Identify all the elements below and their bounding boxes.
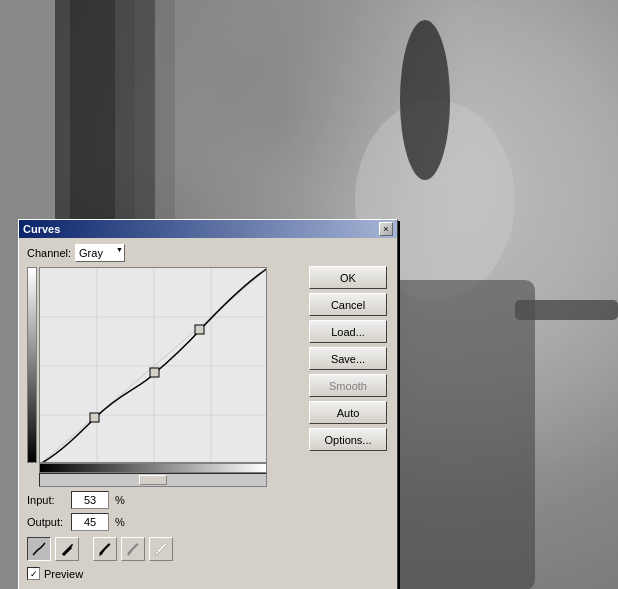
- output-row: Output: %: [27, 513, 303, 531]
- white-eyedropper-button[interactable]: [149, 537, 173, 561]
- gray-eyedropper-icon: [126, 542, 140, 556]
- svg-point-19: [128, 552, 131, 555]
- input-row: Input: %: [27, 491, 303, 509]
- input-label: Input:: [27, 494, 65, 506]
- channel-select-wrap[interactable]: Gray RGB Red Green Blue: [75, 244, 125, 262]
- auto-button[interactable]: Auto: [309, 401, 387, 424]
- svg-rect-15: [90, 413, 99, 422]
- horizontal-scrollbar[interactable]: [39, 473, 267, 487]
- save-button[interactable]: Save...: [309, 347, 387, 370]
- pencil-tool-icon: [60, 542, 74, 556]
- curve-tool-icon: [32, 542, 46, 556]
- bottom-gradient-area: [39, 463, 303, 487]
- gray-eyedropper-button[interactable]: [121, 537, 145, 561]
- dialog-body: Channel: Gray RGB Red Green Blue: [19, 238, 397, 586]
- output-field[interactable]: [71, 513, 109, 531]
- svg-rect-16: [150, 368, 159, 377]
- right-side-buttons: OK Cancel Load... Save... Smooth Auto Op…: [309, 244, 389, 580]
- options-button[interactable]: Options...: [309, 428, 387, 451]
- preview-row: ✓ Preview: [27, 567, 303, 580]
- svg-point-5: [400, 20, 450, 180]
- left-side: Channel: Gray RGB Red Green Blue: [27, 244, 303, 580]
- curve-tool-button[interactable]: [27, 537, 51, 561]
- svg-rect-17: [195, 325, 204, 334]
- curve-svg[interactable]: [39, 267, 267, 463]
- channel-row: Channel: Gray RGB Red Green Blue: [27, 244, 303, 262]
- input-unit: %: [115, 494, 125, 506]
- ok-button[interactable]: OK: [309, 266, 387, 289]
- curve-area: [27, 267, 303, 463]
- preview-checkbox[interactable]: ✓: [27, 567, 40, 580]
- output-label: Output:: [27, 516, 65, 528]
- vertical-gradient: [27, 267, 37, 463]
- dialog-title: Curves: [23, 223, 60, 235]
- svg-rect-7: [515, 300, 618, 320]
- white-eyedropper-icon: [154, 542, 168, 556]
- horizontal-gradient: [39, 463, 267, 473]
- pencil-tool-button[interactable]: [55, 537, 79, 561]
- load-button[interactable]: Load...: [309, 320, 387, 343]
- curve-grid[interactable]: [39, 267, 267, 463]
- curves-dialog: Curves × Channel: Gray RGB Red Green Blu…: [18, 219, 398, 589]
- cancel-button[interactable]: Cancel: [309, 293, 387, 316]
- tools-row: [27, 537, 303, 561]
- smooth-button[interactable]: Smooth: [309, 374, 387, 397]
- preview-label: Preview: [44, 568, 83, 580]
- input-field[interactable]: [71, 491, 109, 509]
- black-eyedropper-icon: [98, 542, 112, 556]
- channel-select[interactable]: Gray RGB Red Green Blue: [75, 244, 125, 262]
- svg-point-18: [100, 552, 103, 555]
- black-eyedropper-button[interactable]: [93, 537, 117, 561]
- dialog-titlebar: Curves ×: [19, 220, 397, 238]
- svg-point-20: [156, 552, 159, 555]
- scroll-thumb[interactable]: [139, 475, 167, 485]
- close-button[interactable]: ×: [379, 222, 393, 236]
- output-unit: %: [115, 516, 125, 528]
- channel-label: Channel:: [27, 247, 71, 259]
